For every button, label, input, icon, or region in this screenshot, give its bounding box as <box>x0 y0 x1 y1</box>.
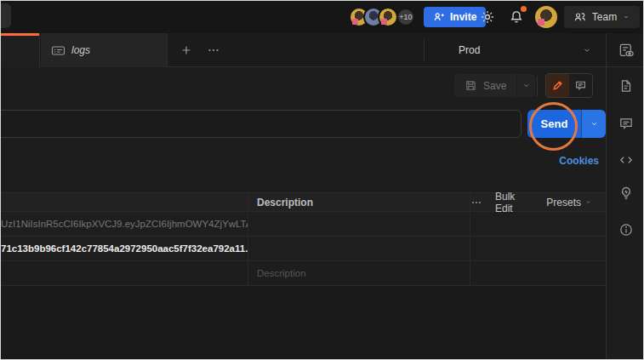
right-sidebar <box>606 67 644 360</box>
empty-area <box>1 287 606 360</box>
table-row[interactable]: 71c13b9b96cf142c77854a2972950aac5f7f32ea… <box>1 237 606 261</box>
more-options-icon <box>207 43 220 57</box>
save-options-button[interactable] <box>516 74 535 97</box>
info-icon <box>618 222 634 237</box>
presets-label: Presets <box>546 197 581 209</box>
gear-icon <box>480 9 495 25</box>
environment-quick-look-icon <box>618 43 635 59</box>
table-row[interactable]: Description <box>1 261 606 286</box>
avatar[interactable] <box>378 7 398 27</box>
team-people-icon <box>573 10 587 24</box>
app-window: +10 Invite <box>0 0 644 360</box>
code-icon <box>618 152 634 168</box>
tab-label: logs <box>71 44 90 56</box>
save-label: Save <box>483 80 506 92</box>
table-row[interactable]: UzI1NiIsInR5cCI6IkpXVCJ9.eyJpZCI6IjhmOWY… <box>1 212 606 237</box>
headers-table: Description Bulk Edit Presets UzI1NiIsIn… <box>1 192 606 286</box>
row-description-placeholder[interactable]: Description <box>248 261 470 285</box>
divider <box>537 76 538 96</box>
user-avatar[interactable] <box>535 6 557 28</box>
avatar-overflow-badge[interactable]: +10 <box>396 8 415 26</box>
notifications-button[interactable] <box>507 8 526 26</box>
cookies-link[interactable]: Cookies <box>520 155 599 167</box>
invite-label: Invite <box>450 11 476 23</box>
plus-icon <box>180 44 192 56</box>
row-description[interactable] <box>248 212 470 236</box>
comments-icon <box>618 116 634 131</box>
person-plus-icon <box>433 11 445 23</box>
lightbulb-icon <box>618 186 634 201</box>
hints-button[interactable] <box>617 184 635 203</box>
row-value[interactable]: 71c13b9b96cf142c77854a2972950aac5f7f32ea… <box>1 243 248 254</box>
comment-icon <box>574 79 587 92</box>
edit-mode-button[interactable] <box>546 74 569 97</box>
environment-value: Prod <box>459 44 480 56</box>
documentation-icon <box>618 78 634 94</box>
chevron-down-icon <box>584 199 592 205</box>
chevron-down-icon <box>582 46 592 54</box>
more-options-icon[interactable] <box>470 197 482 209</box>
presets-dropdown[interactable]: Presets <box>546 197 592 209</box>
table-header-row: Description Bulk Edit Presets <box>1 192 606 212</box>
team-menu-button[interactable]: Team <box>564 6 640 28</box>
top-header: +10 Invite <box>1 1 643 33</box>
environment-quick-look-button[interactable] <box>616 40 636 60</box>
documentation-button[interactable] <box>617 77 635 95</box>
active-tab-indicator <box>1 33 39 36</box>
chevron-down-icon <box>622 14 630 20</box>
table-actions: Bulk Edit Presets <box>470 193 606 211</box>
tab-bar: logs Prod <box>1 33 643 67</box>
search-box-stub[interactable] <box>0 3 11 28</box>
comments-button[interactable] <box>617 114 635 133</box>
row-spacer <box>470 261 606 285</box>
notification-dot <box>521 6 527 12</box>
save-split-button: Save <box>454 74 535 97</box>
save-button[interactable]: Save <box>454 74 516 97</box>
row-value[interactable]: UzI1NiIsInR5cCI6IkpXVCJ9.eyJpZCI6IjhmOWY… <box>1 219 248 229</box>
new-tab-button[interactable] <box>176 40 197 60</box>
invite-button[interactable]: Invite <box>424 7 486 27</box>
send-split-button: Send <box>527 110 606 138</box>
code-button[interactable] <box>617 151 635 169</box>
chevron-down-icon <box>521 82 531 89</box>
tab-active-stub[interactable] <box>1 33 40 67</box>
save-icon <box>464 79 477 92</box>
chevron-down-icon <box>590 120 599 128</box>
edit-comment-toggle <box>545 73 593 98</box>
tab-options-button[interactable] <box>203 40 224 60</box>
pencil-icon <box>551 79 564 92</box>
url-input[interactable] <box>0 110 521 138</box>
row-spacer <box>470 212 606 236</box>
tab-logs[interactable]: logs <box>41 33 168 67</box>
send-options-button[interactable] <box>581 110 606 138</box>
description-column-header: Description <box>248 193 470 211</box>
collaborator-avatars[interactable] <box>349 7 398 27</box>
send-button[interactable]: Send <box>527 110 581 138</box>
environment-selector[interactable]: Prod <box>425 33 596 66</box>
row-description[interactable] <box>248 237 470 260</box>
row-spacer <box>470 237 606 260</box>
settings-button[interactable] <box>478 8 497 26</box>
comment-mode-button[interactable] <box>569 74 592 97</box>
info-button[interactable] <box>617 220 635 239</box>
bulk-edit-button[interactable]: Bulk Edit <box>495 191 533 214</box>
logs-tab-icon <box>51 44 66 57</box>
divider <box>606 33 607 67</box>
team-label: Team <box>592 11 617 23</box>
